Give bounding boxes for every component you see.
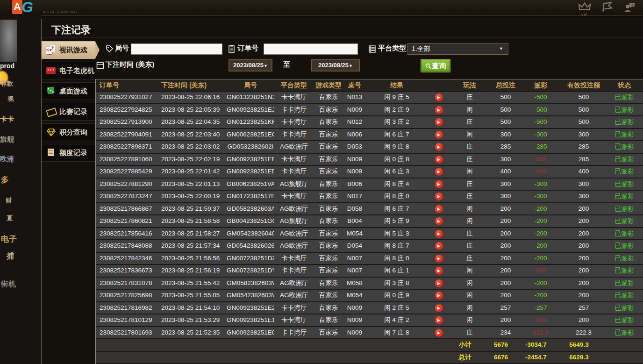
replay-video-button[interactable]: ▶ <box>435 304 443 312</box>
totals-status-empty <box>603 352 636 364</box>
cell-game: 百家乐 <box>314 129 343 141</box>
replay-video-button[interactable]: ▶ <box>435 131 443 139</box>
replay-video-button[interactable]: ▶ <box>435 279 443 287</box>
sidebar-item-额度记录[interactable]: 额度记录 <box>42 144 95 162</box>
replay-video-button[interactable]: ▶ <box>435 93 443 101</box>
replay-video-button[interactable]: ▶ <box>435 205 443 213</box>
cell-table_no: D054 <box>343 240 366 252</box>
table-header-row: 订单号下注时间 (美东)局号平台类型游戏类型桌号结果玩法总投注派彩有效投注额状态… <box>96 79 643 92</box>
sidebar-item-label: 桌面游戏 <box>59 87 87 96</box>
table-row: 2308252279310272023-08-25 22:06:16GN0132… <box>96 92 643 104</box>
replay-video-button[interactable]: ▶ <box>435 180 443 188</box>
date-to-select[interactable]: 2023/08/25▼ <box>311 59 360 71</box>
totals-value: 5649.3 <box>555 339 603 351</box>
betting-records-panel: 下注记录 9K♥视讯游戏777电子老虎机桌面游戏比赛记录积分查询额度记录 局号 … <box>41 19 643 364</box>
column-header: 玩法 <box>450 79 489 91</box>
cell-order: 230825227898371 <box>96 141 160 153</box>
column-header: 平台类型 <box>274 79 314 91</box>
search-button[interactable]: 查询 <box>421 60 450 72</box>
cell-table_no: D053 <box>343 141 366 153</box>
platform-type-select[interactable]: 1.全部 ▼ <box>407 43 508 55</box>
cell-round: GD05423826026 <box>227 240 274 252</box>
table-row: 2308252278812902023-08-25 22:01:13GB0062… <box>96 178 643 191</box>
replay-video-button[interactable]: ▶ <box>435 316 443 324</box>
date-from-value: 2023/08/25 <box>233 62 264 69</box>
cell-play: 庄 <box>450 141 489 153</box>
cell-valid: 222.3 <box>559 327 608 339</box>
replay-video-button[interactable]: ▶ <box>435 168 443 176</box>
column-header: 派彩 <box>522 79 559 91</box>
order-number-input[interactable] <box>264 43 358 55</box>
replay-video-button[interactable]: ▶ <box>435 156 443 164</box>
cards-icon: 9K♥ <box>45 45 57 55</box>
replay-video-button[interactable]: ▶ <box>435 118 443 126</box>
cell-game: 百家乐 <box>314 314 343 326</box>
replay-video-button[interactable]: ▶ <box>435 292 443 300</box>
replay-video-button[interactable]: ▶ <box>435 217 443 225</box>
replay-video-button[interactable]: ▶ <box>435 143 443 151</box>
chevron-down-icon: ▼ <box>499 43 503 54</box>
cell-result: 闲 6 庄 3 <box>366 166 428 178</box>
cell-order: 230825227873247 <box>96 191 160 202</box>
cell-play: ▶ <box>428 265 450 277</box>
cell-bet: 200 <box>489 290 522 301</box>
cell-play: 闲 <box>450 265 489 277</box>
cell-platform: 卡卡湾厅 <box>274 253 314 264</box>
cell-payout: -200 <box>522 278 559 289</box>
date-from-select[interactable]: 2023/08/25▼ <box>229 59 272 71</box>
customer-service-icon[interactable] <box>622 1 636 15</box>
cell-game: 百家乐 <box>314 178 343 190</box>
table-row: 2308252178256982023-08-25 21:55:05GM0542… <box>96 290 643 302</box>
avatar <box>0 20 17 62</box>
cell-round: GN009238251E2 <box>227 302 274 314</box>
column-header: 有效投注额 <box>559 79 608 91</box>
cell-result: 闲 6 庄 1 <box>366 265 428 277</box>
cell-play: 庄 <box>450 191 489 202</box>
replay-video-button[interactable]: ▶ <box>435 267 443 275</box>
cell-status: 已派彩 <box>608 290 641 301</box>
cell-time: 2023-08-25 22:05:39 <box>160 104 227 116</box>
sidebar-item-视讯游戏[interactable]: 9K♥视讯游戏 <box>42 41 95 59</box>
cell-valid: 200 <box>559 290 608 301</box>
cell-order: 230825217831078 <box>96 278 160 289</box>
cell-time: 2023-08-25 22:06:16 <box>160 92 227 103</box>
background-fragment: 直 <box>7 214 13 222</box>
cell-bet: 200 <box>489 253 522 264</box>
cell-play: 闲 <box>450 215 489 227</box>
replay-video-button[interactable]: ▶ <box>435 242 443 250</box>
replay-video-button[interactable]: ▶ <box>435 106 443 114</box>
vip-icon[interactable]: VIP <box>578 1 592 15</box>
cell-bet: 200 <box>489 314 522 326</box>
sidebar-item-积分查询[interactable]: 积分查询 <box>42 123 95 141</box>
sidebar-item-桌面游戏[interactable]: 桌面游戏 <box>42 82 95 100</box>
cell-payout: -200 <box>522 215 559 227</box>
cell-play: 闲 <box>450 302 489 314</box>
cell-round: GD0532382602I <box>227 141 274 153</box>
sidebar-item-电子老虎机[interactable]: 777电子老虎机 <box>42 62 95 79</box>
cell-valid: 200 <box>559 314 608 326</box>
table-row: 2308252178564162023-08-25 21:58:27GM0542… <box>96 228 643 241</box>
replay-video-button[interactable]: ▶ <box>435 230 443 238</box>
table-row: 2308252178608212023-08-25 21:58:58GB0042… <box>96 215 643 228</box>
replay-video-button[interactable]: ▶ <box>435 193 443 200</box>
totals-value: 6629.3 <box>555 352 603 364</box>
cell-extra <box>641 228 643 240</box>
cell-play: ▶ <box>428 191 450 202</box>
replay-video-button[interactable]: ▶ <box>435 329 443 337</box>
cell-extra <box>641 129 643 141</box>
round-number-input[interactable] <box>131 43 222 55</box>
cell-time: 2023-08-25 21:59:37 <box>160 203 227 215</box>
flag-icon[interactable] <box>600 1 614 15</box>
bet-time-label: 下注时间 (美东) <box>106 60 154 69</box>
cell-platform: 卡卡湾厅 <box>274 116 314 128</box>
cell-extra <box>641 178 643 190</box>
replay-video-button[interactable]: ▶ <box>435 255 443 263</box>
cell-payout: 200 <box>522 265 559 277</box>
cell-platform: AG欧洲厅 <box>274 228 314 240</box>
background-fragment: 捕 <box>7 251 14 261</box>
column-header: 局号 <box>227 79 274 91</box>
cell-round: GN013238251N3 <box>227 92 274 103</box>
sidebar-item-比赛记录[interactable]: 比赛记录 <box>42 103 95 121</box>
cell-extra <box>641 166 643 178</box>
cell-play: 庄 <box>450 116 489 128</box>
